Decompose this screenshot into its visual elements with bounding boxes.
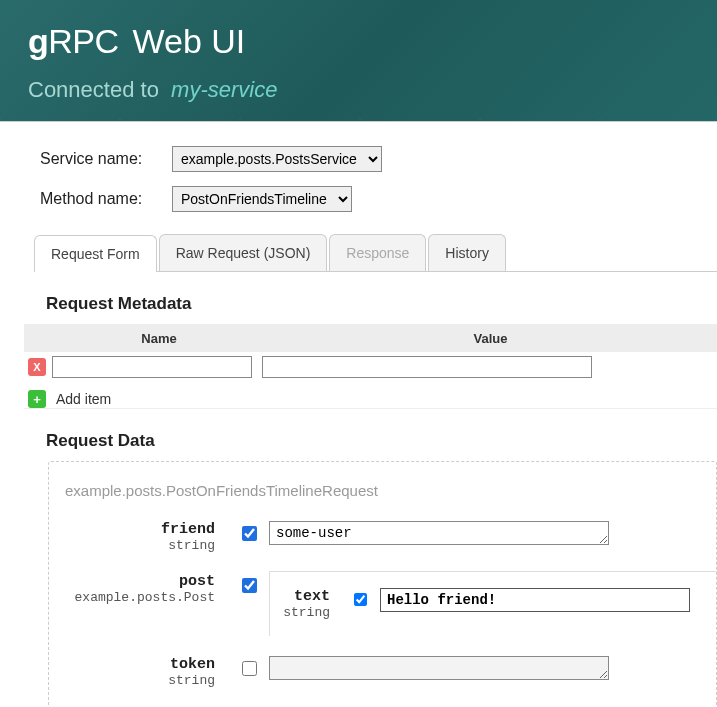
metadata-table: Name Value X + Add item bbox=[24, 324, 717, 409]
metadata-col-value: Value bbox=[264, 325, 717, 352]
field-token-input[interactable] bbox=[269, 656, 609, 680]
metadata-value-input[interactable] bbox=[262, 356, 592, 378]
request-data-frame: example.posts.PostOnFriendsTimelineReque… bbox=[48, 461, 717, 707]
field-friend-type: string bbox=[49, 538, 215, 553]
field-post-checkbox[interactable] bbox=[242, 578, 257, 593]
metadata-add-button[interactable]: + bbox=[28, 390, 46, 408]
field-text-type: string bbox=[270, 605, 330, 620]
field-token-type: string bbox=[49, 673, 215, 688]
field-text-name: text bbox=[270, 588, 330, 605]
method-name-label: Method name: bbox=[40, 190, 160, 208]
metadata-row: X bbox=[24, 352, 717, 382]
service-name-select[interactable]: example.posts.PostsService bbox=[172, 146, 382, 172]
field-post-name: post bbox=[49, 573, 215, 590]
connection-status: Connected to my-service bbox=[28, 77, 689, 103]
service-name-label: Service name: bbox=[40, 150, 160, 168]
request-data-title: Request Data bbox=[46, 431, 717, 451]
field-token-name: token bbox=[49, 656, 215, 673]
app-header: gRPC Web UI Connected to my-service bbox=[0, 0, 717, 121]
metadata-col-name: Name bbox=[54, 325, 264, 352]
metadata-add-label: Add item bbox=[56, 391, 111, 407]
grpc-logo: gRPC bbox=[28, 22, 119, 61]
field-post: post example.posts.Post text string bbox=[49, 573, 716, 636]
tab-history[interactable]: History bbox=[428, 234, 506, 271]
connected-service-name: my-service bbox=[171, 77, 277, 102]
connected-label: Connected to bbox=[28, 77, 159, 102]
app-title: Web UI bbox=[133, 22, 246, 61]
tab-request-form[interactable]: Request Form bbox=[34, 235, 157, 272]
field-friend: friend string some-user bbox=[49, 521, 716, 553]
field-post-type: example.posts.Post bbox=[49, 590, 215, 605]
field-friend-input[interactable]: some-user bbox=[269, 521, 609, 545]
field-token: token string bbox=[49, 656, 716, 688]
tab-response[interactable]: Response bbox=[329, 234, 426, 271]
metadata-name-input[interactable] bbox=[52, 356, 252, 378]
tab-raw-request[interactable]: Raw Request (JSON) bbox=[159, 234, 328, 271]
field-token-checkbox[interactable] bbox=[242, 661, 257, 676]
field-text-checkbox[interactable] bbox=[354, 593, 367, 606]
field-text-input[interactable]: Hello friend! bbox=[380, 588, 690, 612]
tab-bar: Request Form Raw Request (JSON) Response… bbox=[34, 234, 717, 272]
field-post-nested: text string Hello friend! bbox=[269, 571, 716, 636]
request-metadata-title: Request Metadata bbox=[46, 294, 717, 314]
metadata-delete-button[interactable]: X bbox=[28, 358, 46, 376]
field-friend-name: friend bbox=[49, 521, 215, 538]
field-friend-checkbox[interactable] bbox=[242, 526, 257, 541]
request-type-name: example.posts.PostOnFriendsTimelineReque… bbox=[65, 482, 716, 499]
method-name-select[interactable]: PostOnFriendsTimeline bbox=[172, 186, 352, 212]
